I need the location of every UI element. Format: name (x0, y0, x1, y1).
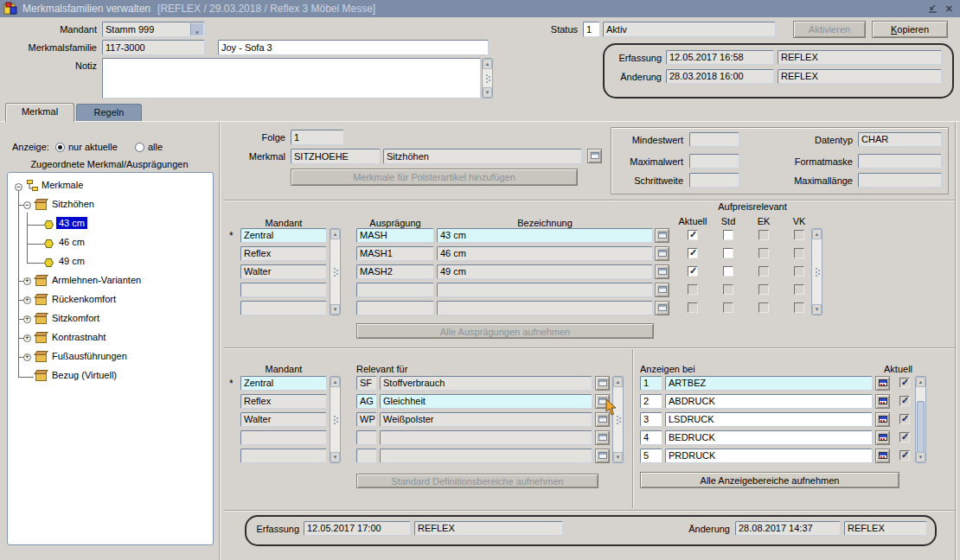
chevron-down-icon[interactable] (190, 23, 203, 35)
relevant-name-cell[interactable]: Weißpolster (380, 412, 592, 427)
scroll-up-arrow[interactable] (916, 377, 925, 387)
mandant-cell[interactable]: Walter (240, 264, 327, 279)
aktuell-checkbox[interactable] (899, 396, 910, 406)
auspraegung-name-cell[interactable]: 46 cm (437, 246, 653, 261)
mandant-scrollbar[interactable] (330, 228, 341, 315)
relevant-code-cell[interactable] (356, 449, 377, 463)
aktuell-checkbox[interactable] (899, 414, 910, 424)
mandant-cell[interactable]: Zentral (240, 376, 327, 391)
auspraegung-scrollbar[interactable] (811, 228, 822, 315)
mandant-cell[interactable]: Reflex (240, 246, 327, 261)
auspraegung-code-cell[interactable] (356, 301, 434, 315)
anzeige-name-cell[interactable]: ARTBEZ (665, 376, 873, 391)
anzeige-num-cell[interactable]: 5 (640, 449, 662, 463)
anzeige-lov-button[interactable] (875, 449, 890, 463)
tree-expand-handle[interactable] (23, 315, 31, 323)
auspraegung-lov-button[interactable] (655, 283, 669, 297)
anzeige-lov-button[interactable] (875, 430, 890, 445)
anzeige-name-cell[interactable]: ABDRUCK (665, 394, 873, 409)
alle-anzeigebereiche-button[interactable]: Alle Anzeigebereiche aufnehmen (640, 472, 899, 488)
auspraegung-lov-button[interactable] (655, 228, 669, 243)
formatmaske-field[interactable] (858, 154, 942, 169)
tree-item-rueckenkomfort[interactable]: Rückenkomfort (8, 292, 211, 309)
relevant-lov-button[interactable] (595, 449, 610, 463)
merkmal-code-field[interactable]: SITZHOEHE (291, 149, 381, 164)
relevant-code-cell[interactable]: SF (356, 376, 377, 391)
aktuell-checkbox[interactable] (899, 432, 910, 442)
anzeige-lov-button[interactable] (875, 376, 890, 391)
scroll-up-arrow[interactable] (330, 377, 340, 387)
notiz-scrollbar[interactable] (482, 58, 493, 99)
schrittweite-field[interactable] (689, 173, 739, 188)
merkmalsfamilie-name-field[interactable]: Joy - Sofa 3 (218, 40, 489, 55)
radio-nur-aktuelle[interactable] (55, 143, 65, 152)
tree-item-sitzkomfort[interactable]: Sitzkomfort (8, 311, 211, 328)
scroll-up-arrow[interactable] (483, 59, 492, 69)
notiz-field[interactable] (102, 58, 481, 99)
relevant-name-cell[interactable] (380, 449, 592, 463)
relevant-code-cell[interactable]: AG (356, 394, 377, 409)
anzeige-num-cell[interactable]: 4 (640, 430, 662, 445)
scroll-up-arrow[interactable] (613, 377, 623, 387)
maximallaenge-field[interactable] (858, 173, 942, 188)
anzeige-name-cell[interactable]: LSDRUCK (665, 412, 873, 427)
relevant-name-cell[interactable]: Stoffverbrauch (380, 376, 592, 391)
mindestwert-field[interactable] (689, 132, 739, 147)
auspraegung-lov-button[interactable] (655, 301, 669, 315)
anzeige-num-cell[interactable]: 1 (640, 376, 662, 391)
scroll-down-arrow[interactable] (916, 452, 925, 462)
auspraegung-name-cell[interactable]: 49 cm (437, 264, 653, 279)
scroll-down-arrow[interactable] (613, 452, 623, 462)
scroll-down-arrow[interactable] (330, 304, 340, 315)
mandant-cell[interactable] (240, 449, 327, 463)
tree-item-fussausfuehrungen[interactable]: Fußausführungen (8, 349, 211, 366)
kopieren-button[interactable]: Kopieren (872, 21, 948, 38)
scroll-down-arrow[interactable] (330, 452, 340, 462)
tree-item-46cm[interactable]: 46 cm (8, 235, 211, 252)
restore-icon[interactable] (927, 3, 938, 14)
anzeige-name-cell[interactable]: PRDRUCK (665, 449, 873, 463)
tree-expand-handle[interactable] (23, 353, 31, 361)
tree-item-bezug[interactable]: Bezug (Virtuell) (8, 368, 211, 385)
relevant-lov-button[interactable] (595, 376, 610, 391)
tree-collapse-handle[interactable] (15, 183, 22, 191)
auspraegung-code-cell[interactable] (356, 283, 434, 297)
tree-item-sitzhoehen[interactable]: Sitzhöhen (8, 197, 211, 214)
relevant-scrollbar[interactable] (612, 376, 624, 463)
mandant-cell[interactable] (240, 430, 327, 445)
relevant-name-cell[interactable]: Gleichheit (380, 394, 592, 409)
auspraegung-name-cell[interactable] (437, 301, 653, 315)
tree-item-43cm[interactable]: 43 cm (8, 216, 211, 233)
scroll-down-arrow[interactable] (483, 87, 492, 98)
aktuell-checkbox[interactable] (688, 248, 698, 258)
tree-item-49cm[interactable]: 49 cm (8, 254, 211, 271)
merkmal-lov-button[interactable] (587, 149, 602, 163)
aktuell-checkbox[interactable] (899, 378, 910, 388)
scroll-grip[interactable] (816, 268, 817, 270)
scroll-grip[interactable] (486, 74, 488, 76)
mandant-cell[interactable] (240, 283, 327, 297)
aktuell-checkbox[interactable] (688, 230, 698, 240)
mandant-combo[interactable]: Stamm 999 (102, 22, 205, 37)
aktuell-checkbox[interactable] (688, 266, 698, 277)
scroll-grip[interactable] (334, 268, 336, 270)
tab-regeln[interactable]: Regeln (76, 104, 142, 122)
merkmal-tree[interactable]: Merkmale Sitzhöhen 43 cm 46 cm 49 cm Arm… (7, 172, 214, 545)
anzeige-lov-button[interactable] (875, 412, 890, 427)
folge-field[interactable]: 1 (291, 130, 344, 145)
tree-item-merkmale[interactable]: Merkmale (8, 178, 211, 195)
maximalwert-field[interactable] (689, 154, 739, 169)
scroll-down-arrow[interactable] (812, 304, 822, 315)
std-checkbox[interactable] (723, 230, 733, 240)
std-checkbox[interactable] (723, 248, 733, 258)
radio-alle[interactable] (135, 143, 144, 152)
auspraegung-name-cell[interactable]: 43 cm (437, 228, 653, 243)
tree-expand-handle[interactable] (23, 296, 31, 304)
auspraegung-code-cell[interactable]: MASH1 (356, 246, 434, 261)
scroll-up-arrow[interactable] (812, 229, 822, 239)
scroll-up-arrow[interactable] (330, 229, 340, 239)
mandant-scrollbar[interactable] (330, 376, 341, 463)
relevant-lov-button[interactable] (595, 430, 610, 445)
close-icon[interactable]: ✕ (945, 3, 953, 15)
anzeige-name-cell[interactable]: BEDRUCK (665, 430, 873, 445)
